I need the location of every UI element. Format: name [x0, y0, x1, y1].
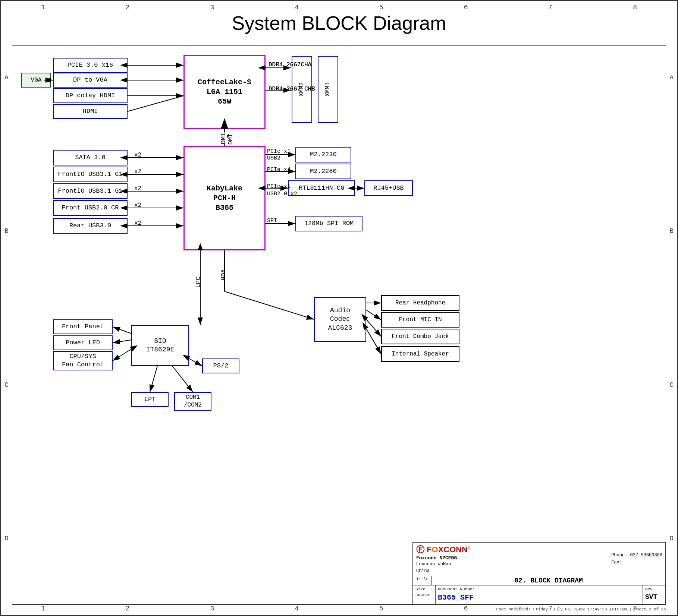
- ddr4chb-text: DDR4 2667 CHB: [269, 86, 315, 92]
- grid-left: A B C D: [4, 1, 9, 615]
- grid-top-7: 7: [548, 4, 552, 11]
- footer-docnum-cell: Document Number B365_SFF: [436, 585, 643, 604]
- lpt-box: LPT: [131, 392, 169, 407]
- grid-top-1: 1: [41, 4, 45, 11]
- grid-left-a: A: [4, 74, 9, 81]
- grid-top-8: 8: [633, 4, 637, 11]
- grid-right-d: D: [669, 535, 674, 542]
- svg-line-8: [128, 96, 183, 111]
- internal-speaker-box: Internal Speaker: [381, 346, 459, 362]
- frontusb-x2-label: x2: [134, 202, 141, 209]
- svg-line-30: [189, 358, 202, 366]
- footer: Ⓕ FOXCONN® Foxconn NPCEBG Foxconn WuHanC…: [412, 542, 666, 605]
- sata-x2-label: x2: [134, 152, 141, 158]
- sata-box: SATA 3.0: [53, 150, 128, 165]
- grid-left-d: D: [4, 535, 9, 542]
- footer-size-label: Size: [415, 586, 433, 593]
- grid-left-b: B: [4, 227, 9, 235]
- grid-right-c: C: [669, 381, 674, 389]
- pcie-x1-usb2-label: PCIe x1USB2: [267, 148, 291, 162]
- footer-docnum-value: B365_SFF: [438, 592, 640, 603]
- grid-left-c: C: [4, 381, 9, 389]
- grid-top-4: 4: [295, 4, 299, 11]
- grid-top: 1 2 3 4 5 6 7 8: [1, 4, 677, 11]
- grid-top-3: 3: [210, 4, 214, 11]
- svg-line-29: [113, 349, 131, 361]
- footer-address: Foxconn WuHanChina: [416, 561, 471, 574]
- usb2-x2-label: USB2.0 x2: [267, 191, 297, 197]
- rtl-box: RTL8111HN-CG: [288, 180, 355, 196]
- page-title: System BLOCK Diagram: [1, 12, 677, 34]
- grid-bottom-5: 5: [379, 605, 383, 612]
- footer-rev-cell: Rev SVT: [643, 585, 665, 604]
- frontio1-x2-label: x2: [134, 168, 141, 175]
- foxconn-logo-area: Ⓕ FOXCONN® Foxconn NPCEBG Foxconn WuHanC…: [416, 544, 471, 574]
- front-panel-box: Front Panel: [53, 319, 113, 334]
- power-led-box: Power LED: [53, 335, 113, 350]
- front-mic-box: Front MIC IN: [381, 312, 459, 328]
- page: 1 2 3 4 5 6 7 8 1 2 3 4 5 6 7 8 A B C D …: [0, 0, 678, 616]
- svg-line-24: [366, 310, 381, 320]
- grid-top-6: 6: [464, 4, 468, 11]
- hdmi-box: HDMI: [53, 104, 128, 119]
- cpu-fan-box: CPU/SYSFan Control: [53, 351, 113, 370]
- vga-box: VGA: [21, 73, 51, 88]
- grid-top-5: 5: [379, 4, 383, 11]
- svg-line-25: [366, 319, 381, 337]
- spi-rom-box: 128Mb SPI ROM: [295, 216, 362, 231]
- footer-title-label: Title: [413, 576, 432, 585]
- pcie-x4-label: PCIe x4: [267, 167, 291, 173]
- grid-right-b: B: [669, 227, 674, 235]
- front-usb2cr-box: Front USB2.0 CR: [53, 200, 128, 216]
- page-modified: Page Modified: Friday, July 05, 2019 17:…: [496, 607, 666, 612]
- footer-bottom-row: Size Custom Document Number B365_SFF Rev…: [413, 585, 665, 604]
- svg-line-22: [225, 291, 314, 319]
- kabylake-box: KabyLakePCH-HB365: [183, 146, 266, 250]
- dp-vga-box: DP to VGA: [53, 73, 128, 88]
- audio-codec-box: AudioCodecALC623: [314, 297, 366, 342]
- ps2-box: PS/2: [202, 358, 239, 373]
- dmi-text: DMI: [227, 133, 234, 145]
- svg-line-27: [113, 327, 131, 334]
- coffeelake-box: CoffeeLake-SLGA 115165W: [183, 55, 266, 129]
- footer-docnum-label: Document Number: [438, 586, 640, 593]
- footer-company: Foxconn NPCEBG: [416, 555, 471, 561]
- xmm1-box: XMM1: [318, 56, 338, 123]
- dp-hdmi-box: DP colay HDMI: [53, 88, 128, 103]
- hda-label: HDA: [220, 269, 227, 281]
- grid-right: A B C D: [669, 1, 674, 615]
- sio-box: SIOIT8629E: [131, 325, 189, 366]
- m2-2230-box: M2.2230: [295, 147, 351, 162]
- grid-bottom-1: 1: [41, 605, 45, 612]
- grid-bottom-2: 2: [126, 605, 130, 612]
- rear-usb3-box: Rear USB3.0: [53, 218, 128, 234]
- footer-size-value: Custom: [415, 592, 433, 598]
- footer-rev-label: Rev: [645, 586, 663, 593]
- ddr4cha-text: DDR4 2667CHA: [269, 61, 311, 68]
- footer-rev-value: SVT: [645, 592, 663, 602]
- lpc-label: LPC: [195, 277, 202, 288]
- svg-line-28: [113, 340, 131, 343]
- m2-2280-box: M2.2280: [295, 164, 351, 179]
- grid-bottom-4: 4: [295, 605, 299, 612]
- frontio-usb1-box: FrontIO USB3.1 G1: [53, 167, 128, 182]
- footer-top: Ⓕ FOXCONN® Foxconn NPCEBG Foxconn WuHanC…: [413, 543, 665, 576]
- pcie-x1-rtl-label: PCIe x1: [267, 183, 291, 190]
- svg-line-26: [366, 329, 381, 354]
- rear-headphone-box: Rear Headphone: [381, 295, 459, 311]
- footer-contact: Phone: 027-59603888 Fax:: [611, 552, 662, 566]
- footer-title-row: Title 02. BLOCK DIAGRAM: [413, 576, 665, 585]
- frontio2-x2-label: x2: [134, 185, 141, 192]
- footer-title-value: 02. BLOCK DIAGRAM: [432, 576, 665, 585]
- pcie-x16-box: PCIE 3.0 x16: [53, 58, 128, 73]
- grid-bottom-6: 6: [464, 605, 468, 612]
- title-divider: [12, 45, 666, 46]
- svg-line-32: [172, 366, 193, 392]
- footer-phone: Phone: 027-59603888: [611, 552, 662, 559]
- grid-right-a: A: [669, 74, 674, 81]
- front-combo-box: Front Combo Jack: [381, 329, 459, 344]
- spi-label: SPI: [267, 218, 277, 224]
- rearusb-x2-label: x2: [134, 220, 141, 227]
- footer-fax: Fax:: [611, 559, 662, 566]
- grid-top-2: 2: [126, 4, 130, 11]
